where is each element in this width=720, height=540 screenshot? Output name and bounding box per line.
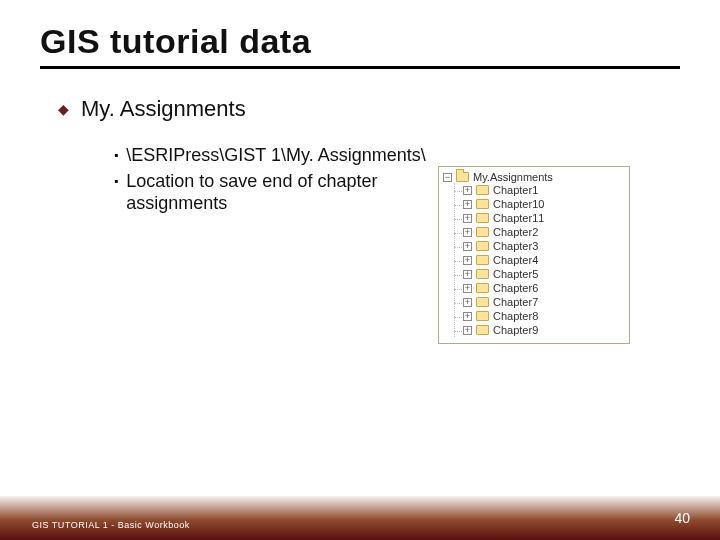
slide: GIS tutorial data ◆ My. Assignments ▪ \E… xyxy=(0,0,720,540)
bullet-level1: ◆ My. Assignments xyxy=(58,96,678,122)
folder-open-icon xyxy=(456,172,469,182)
tree-node-label: Chapter6 xyxy=(493,282,538,294)
expand-icon[interactable]: + xyxy=(463,242,472,251)
tree-node[interactable]: +Chapter3 xyxy=(455,239,623,253)
tree-node-label: Chapter5 xyxy=(493,268,538,280)
tree-node-label: Chapter11 xyxy=(493,212,544,224)
folder-icon xyxy=(476,297,489,307)
expand-icon[interactable]: + xyxy=(463,200,472,209)
folder-icon xyxy=(476,255,489,265)
folder-icon xyxy=(476,311,489,321)
tree-root-label: My.Assignments xyxy=(473,171,553,183)
tree-node[interactable]: +Chapter1 xyxy=(455,183,623,197)
tree-node[interactable]: +Chapter7 xyxy=(455,295,623,309)
page-number: 40 xyxy=(674,510,690,526)
expand-icon[interactable]: + xyxy=(463,270,472,279)
tree-node[interactable]: +Chapter9 xyxy=(455,323,623,337)
folder-icon xyxy=(476,269,489,279)
tree-node-label: Chapter9 xyxy=(493,324,538,336)
list-item: ▪ Location to save end of chapter assign… xyxy=(114,170,454,214)
list-item-text: Location to save end of chapter assignme… xyxy=(126,170,454,214)
tree-node[interactable]: +Chapter11 xyxy=(455,211,623,225)
title-rule xyxy=(40,66,680,69)
slide-title: GIS tutorial data xyxy=(40,22,311,61)
folder-icon xyxy=(476,185,489,195)
expand-icon[interactable]: + xyxy=(463,228,472,237)
bullet-level1-text: My. Assignments xyxy=(81,96,246,122)
diamond-bullet-icon: ◆ xyxy=(58,96,69,122)
expand-icon[interactable]: + xyxy=(463,326,472,335)
folder-icon xyxy=(476,241,489,251)
tree-node[interactable]: +Chapter10 xyxy=(455,197,623,211)
tree-node[interactable]: +Chapter4 xyxy=(455,253,623,267)
tree-node[interactable]: +Chapter8 xyxy=(455,309,623,323)
folder-icon xyxy=(476,283,489,293)
folder-icon xyxy=(476,227,489,237)
tree-node-label: Chapter4 xyxy=(493,254,538,266)
square-bullet-icon: ▪ xyxy=(114,144,118,166)
list-item: ▪ \ESRIPress\GIST 1\My. Assignments\ xyxy=(114,144,454,166)
tree-node[interactable]: +Chapter6 xyxy=(455,281,623,295)
tree-node-label: Chapter2 xyxy=(493,226,538,238)
folder-icon xyxy=(476,199,489,209)
footer-band xyxy=(0,496,720,540)
tree-node[interactable]: +Chapter5 xyxy=(455,267,623,281)
expand-icon[interactable]: + xyxy=(463,256,472,265)
tree-node-label: Chapter10 xyxy=(493,198,544,210)
folder-icon xyxy=(476,325,489,335)
tree-node-label: Chapter8 xyxy=(493,310,538,322)
collapse-icon[interactable]: − xyxy=(443,173,452,182)
bullet-level2-list: ▪ \ESRIPress\GIST 1\My. Assignments\ ▪ L… xyxy=(114,144,454,214)
folder-tree: − My.Assignments +Chapter1+Chapter10+Cha… xyxy=(438,166,630,344)
tree-node-label: Chapter7 xyxy=(493,296,538,308)
list-item-text: \ESRIPress\GIST 1\My. Assignments\ xyxy=(126,144,425,166)
expand-icon[interactable]: + xyxy=(463,312,472,321)
footer-text: GIS TUTORIAL 1 - Basic Workbook xyxy=(32,520,190,530)
expand-icon[interactable]: + xyxy=(463,186,472,195)
tree-children: +Chapter1+Chapter10+Chapter11+Chapter2+C… xyxy=(454,183,623,337)
tree-node[interactable]: +Chapter2 xyxy=(455,225,623,239)
folder-icon xyxy=(476,213,489,223)
expand-icon[interactable]: + xyxy=(463,214,472,223)
expand-icon[interactable]: + xyxy=(463,284,472,293)
square-bullet-icon: ▪ xyxy=(114,170,118,192)
tree-node-label: Chapter1 xyxy=(493,184,538,196)
expand-icon[interactable]: + xyxy=(463,298,472,307)
tree-node-label: Chapter3 xyxy=(493,240,538,252)
tree-root[interactable]: − My.Assignments xyxy=(443,171,623,183)
